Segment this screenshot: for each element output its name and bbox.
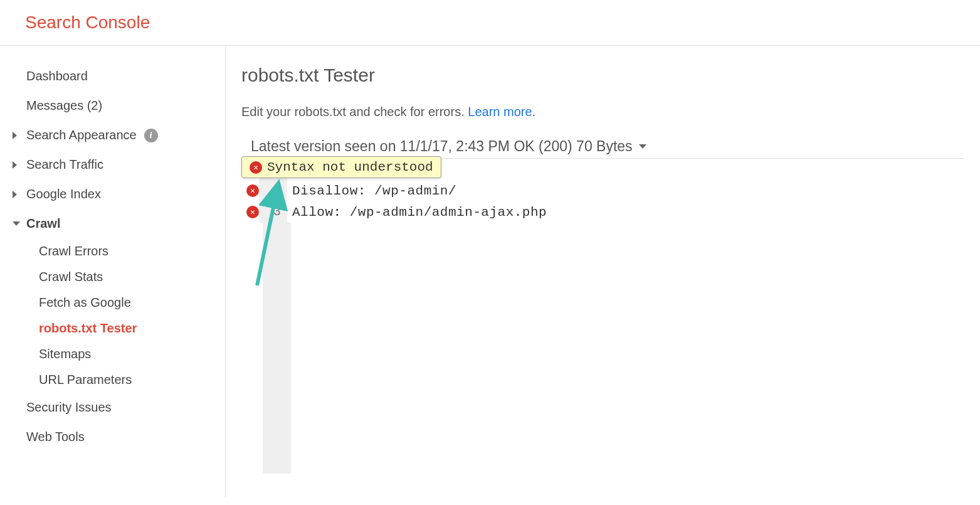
arrow-annotation: [254, 179, 298, 292]
page-title: robots.txt Tester: [241, 65, 964, 86]
learn-more-link[interactable]: Learn more.: [468, 105, 535, 119]
sidebar-subitem-sitemaps[interactable]: Sitemaps: [13, 341, 225, 367]
chevron-down-icon: [639, 144, 646, 149]
svg-line-1: [257, 186, 278, 285]
header: Search Console: [0, 0, 980, 46]
chevron-right-icon: [13, 191, 17, 198]
sidebar-subitem-fetch-as-google[interactable]: Fetch as Google: [13, 290, 225, 316]
chevron-right-icon: [13, 161, 17, 169]
chevron-down-icon: [13, 221, 20, 226]
info-icon[interactable]: i: [144, 129, 158, 142]
page-subtitle: Edit your robots.txt and check for error…: [241, 105, 964, 119]
editor-line: ✕ 2 Disallow: /wp-admin/: [241, 180, 964, 201]
sidebar-subitem-crawl-errors[interactable]: Crawl Errors: [13, 238, 225, 264]
sidebar-item-search-appearance[interactable]: Search Appearance i: [13, 120, 225, 150]
version-dropdown[interactable]: Latest version seen on 11/1/17, 2:43 PM …: [241, 138, 964, 155]
sidebar-item-security-issues[interactable]: Security Issues: [13, 393, 225, 422]
sidebar-item-google-index[interactable]: Google Index: [13, 179, 225, 209]
sidebar: Dashboard Messages (2) Search Appearance…: [0, 46, 226, 497]
error-tooltip: ✕ Syntax not understood: [241, 156, 441, 178]
sidebar-subitem-url-parameters[interactable]: URL Parameters: [13, 367, 225, 393]
sidebar-subitem-robots-tester[interactable]: robots.txt Tester: [13, 316, 225, 341]
sidebar-item-messages[interactable]: Messages (2): [13, 91, 225, 120]
editor-line: ✕ 3 Allow: /wp-admin/admin-ajax.php: [241, 201, 964, 223]
sidebar-item-dashboard[interactable]: Dashboard: [13, 61, 225, 91]
line-text[interactable]: Disallow: /wp-admin/: [287, 184, 456, 198]
robots-editor[interactable]: ✕ 1 ·User-agent: * ✕ 2 Disallow: /wp-adm…: [241, 158, 964, 474]
chevron-right-icon: [13, 132, 17, 139]
main-content: robots.txt Tester Edit your robots.txt a…: [226, 46, 980, 497]
line-text[interactable]: Allow: /wp-admin/admin-ajax.php: [287, 205, 547, 220]
sidebar-item-crawl[interactable]: Crawl: [13, 209, 225, 238]
sidebar-item-search-traffic[interactable]: Search Traffic: [13, 150, 225, 179]
sidebar-item-web-tools[interactable]: Web Tools: [13, 422, 225, 452]
sidebar-subitem-crawl-stats[interactable]: Crawl Stats: [13, 264, 225, 290]
error-icon: ✕: [250, 161, 262, 174]
app-logo[interactable]: Search Console: [25, 13, 955, 33]
